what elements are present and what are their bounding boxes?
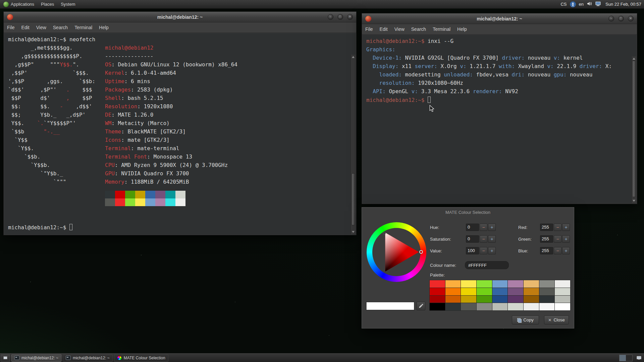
decrement-button[interactable]: −	[480, 224, 487, 231]
accessibility-icon[interactable]	[570, 1, 576, 7]
menubar-item-help[interactable]: Help	[96, 25, 112, 30]
window-menu-icon[interactable]	[365, 16, 371, 22]
menubar-item-edit[interactable]: Edit	[376, 26, 391, 32]
palette-swatch[interactable]	[508, 280, 523, 288]
menubar-item-help[interactable]: Help	[454, 26, 470, 32]
language-indicator[interactable]: en	[579, 2, 584, 7]
palette-swatch[interactable]	[430, 303, 445, 310]
palette-swatch[interactable]	[461, 303, 476, 310]
palette-swatch[interactable]	[492, 280, 508, 288]
minimize-button[interactable]: –	[328, 14, 333, 20]
decrement-button[interactable]: −	[554, 247, 561, 254]
palette-swatch[interactable]	[492, 288, 508, 295]
workspace-1[interactable]	[620, 355, 626, 361]
titlebar-left[interactable]: michal@debian12: ~ – □ ✕	[4, 12, 356, 22]
scrollbar-thumb[interactable]	[632, 61, 636, 197]
workspace-2[interactable]	[626, 355, 632, 361]
menubar-item-search[interactable]: Search	[408, 26, 429, 32]
palette-swatch[interactable]	[461, 296, 476, 303]
palette-swatch[interactable]	[539, 303, 555, 310]
taskbar-button[interactable]: michal@debian12: ~	[11, 354, 61, 362]
palette-swatch[interactable]	[539, 280, 555, 288]
palette-swatch[interactable]	[430, 288, 445, 295]
scrollbar[interactable]	[351, 55, 356, 234]
display-indicator-icon[interactable]	[595, 1, 601, 7]
scrollbar[interactable]	[631, 56, 636, 203]
palette-swatch[interactable]	[555, 303, 570, 310]
close-dialog-button[interactable]: ✕ Close	[544, 315, 569, 324]
spinner-value[interactable]: 255	[540, 224, 553, 231]
menu-applications[interactable]: Applications	[0, 0, 38, 8]
spinner-value[interactable]: 0	[466, 235, 479, 243]
palette-swatch[interactable]	[477, 280, 492, 288]
menubar-item-search[interactable]: Search	[50, 25, 71, 30]
scroll-down-arrow[interactable]	[352, 231, 355, 233]
eyedropper-button[interactable]	[417, 302, 425, 310]
menubar-item-view[interactable]: View	[33, 25, 50, 30]
menu-system[interactable]: System	[57, 0, 78, 8]
palette-swatch[interactable]	[461, 288, 476, 295]
decrement-button[interactable]: −	[554, 224, 561, 231]
palette-swatch[interactable]	[477, 296, 492, 303]
increment-button[interactable]: +	[562, 235, 570, 243]
palette-swatch[interactable]	[508, 288, 523, 295]
terminal-content-left[interactable]: michal@debian12:~$ neofetch _,met$$$$$gg…	[4, 33, 356, 235]
menu-places[interactable]: Places	[38, 0, 57, 8]
keyboard-layout-indicator[interactable]: CS	[560, 2, 567, 7]
maximize-button[interactable]: □	[618, 16, 624, 21]
menubar-item-file[interactable]: File	[4, 25, 18, 30]
palette-swatch[interactable]	[539, 296, 555, 303]
palette-swatch[interactable]	[555, 296, 570, 303]
palette-swatch[interactable]	[492, 303, 508, 310]
terminal-content-right[interactable]: michal@debian12:~$ inxi --GGraphics: Dev…	[362, 35, 637, 203]
close-button[interactable]: ✕	[628, 16, 634, 21]
decrement-button[interactable]: −	[554, 235, 561, 243]
palette-swatch[interactable]	[492, 296, 508, 303]
increment-button[interactable]: +	[562, 224, 570, 231]
hue-wheel[interactable]	[367, 222, 426, 282]
decrement-button[interactable]: −	[480, 247, 487, 254]
palette-swatch[interactable]	[445, 303, 461, 310]
taskbar-button[interactable]: michal@debian12: ~	[63, 354, 113, 362]
decrement-button[interactable]: −	[480, 235, 487, 243]
palette-swatch[interactable]	[524, 280, 539, 288]
colour-name-input[interactable]	[465, 261, 509, 269]
menubar-item-terminal[interactable]: Terminal	[429, 26, 454, 32]
palette-swatch[interactable]	[555, 280, 570, 288]
palette-swatch[interactable]	[524, 288, 539, 295]
increment-button[interactable]: +	[488, 224, 496, 231]
scroll-down-arrow[interactable]	[633, 200, 635, 202]
scrollbar-thumb[interactable]	[352, 173, 355, 225]
menubar-item-view[interactable]: View	[391, 26, 408, 32]
palette-swatch[interactable]	[508, 303, 523, 310]
window-menu-icon[interactable]	[7, 14, 13, 20]
palette-swatch[interactable]	[524, 303, 539, 310]
palette-swatch[interactable]	[524, 296, 539, 303]
show-desktop-button[interactable]	[1, 354, 10, 362]
maximize-button[interactable]: □	[337, 14, 343, 20]
titlebar-right[interactable]: michal@debian12: ~ – □ ✕	[362, 13, 637, 24]
palette-swatch[interactable]	[477, 288, 492, 295]
spinner-value[interactable]: 100	[466, 247, 479, 254]
menubar-item-terminal[interactable]: Terminal	[71, 25, 96, 30]
close-button[interactable]: ✕	[347, 14, 353, 20]
spinner-value[interactable]: 255	[540, 247, 553, 254]
minimize-button[interactable]: –	[608, 16, 614, 21]
sv-marker[interactable]	[383, 232, 386, 235]
clock[interactable]: Sun 22 Feb, 00:57	[604, 2, 641, 7]
palette-swatch[interactable]	[445, 280, 461, 288]
hue-marker[interactable]	[419, 250, 423, 254]
scroll-up-arrow[interactable]	[352, 56, 355, 58]
palette-swatch[interactable]	[430, 296, 445, 303]
palette-swatch[interactable]	[445, 288, 461, 295]
palette-swatch[interactable]	[430, 280, 445, 288]
volume-icon[interactable]	[587, 1, 592, 7]
increment-button[interactable]: +	[488, 247, 496, 254]
spinner-value[interactable]: 0	[466, 224, 479, 231]
taskbar-button[interactable]: MATE Colour Selection	[114, 354, 168, 362]
palette-swatch[interactable]	[508, 296, 523, 303]
palette-swatch[interactable]	[477, 303, 492, 310]
spinner-value[interactable]: 255	[540, 235, 553, 243]
palette-swatch[interactable]	[555, 288, 570, 295]
copy-button[interactable]: Copy	[512, 315, 539, 324]
